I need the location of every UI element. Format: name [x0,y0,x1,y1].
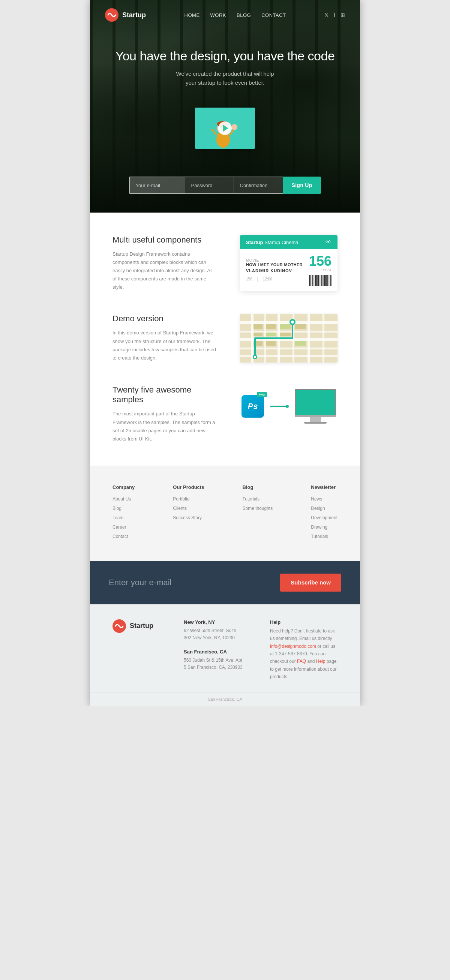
footer-logo-icon [113,619,126,633]
eye-icon: 👁 [326,239,331,245]
nav-logo[interactable]: Startup [105,8,146,22]
address2-city: San Francisco, CA [184,649,251,655]
newsletter-design[interactable]: Design [311,506,325,511]
feature-text-2: Demo version In this demo version of Sta… [113,314,218,362]
password-input[interactable] [185,177,234,194]
help-email-link[interactable]: info@designmodo.com [270,644,316,649]
svg-rect-27 [266,332,276,336]
blog-links-list: Tutorials Some thoughts [242,495,273,511]
movie-title: HOW I MET YOUR MOTHER [246,262,303,267]
svg-rect-28 [280,332,291,336]
newsletter-development[interactable]: Development [311,515,337,520]
cinema-body: MOVIE HOW I MET YOUR MOTHER VLADIMIR KUD… [240,249,337,291]
bottom-bar-text: San Francisco, CA [94,697,356,702]
nav-home[interactable]: HOME [184,13,200,18]
nav-social: 𝕏 f ⊞ [324,12,345,18]
products-success[interactable]: Success Story [173,515,202,520]
map-svg [240,314,337,363]
nav-blog[interactable]: BLOG [237,13,251,18]
subscribe-button[interactable]: Subscribe now [280,574,341,592]
svg-rect-30 [266,341,276,346]
cinema-title: Startup Startup Cinema [246,240,298,245]
footer-columns: Company About Us Blog Team Career Contac… [113,484,337,542]
nav-work[interactable]: WORK [210,13,226,18]
svg-rect-22 [253,324,262,329]
cinema-title-startup: Startup [246,240,263,245]
footer-brand: Startup [113,619,165,633]
feature-title-1: Multi useful components [113,235,218,245]
company-blog[interactable]: Blog [113,506,121,511]
mac-screen [295,389,336,415]
ps-icon: Ps PRO [242,395,264,418]
hero-text-block: You have the design, you have the code W… [90,30,360,99]
company-career[interactable]: Career [113,525,126,530]
feature-text-1: Multi useful components Startup Design F… [113,235,218,291]
footer-help-block: Help Need help? Don't hestiate to ask us… [270,619,337,681]
footer-brand-block: Startup [113,619,165,681]
company-about[interactable]: About Us [113,496,131,502]
video-thumbnail[interactable] [195,108,255,149]
hero-content: Startup HOME WORK BLOG CONTACT 𝕏 f ⊞ You… [90,0,360,213]
facebook-icon[interactable]: f [334,12,335,18]
cinema-card: Startup Startup Cinema 👁 MOVIE HOW I MET… [240,235,337,291]
help-text: Need help? Don't hestiate to ask us some… [270,627,337,681]
company-team[interactable]: Team [113,515,123,520]
newsletter-drawing[interactable]: Drawing [311,525,328,530]
blog-thoughts[interactable]: Some thoughts [242,506,273,511]
newsletter-tutorials[interactable]: Tutorials [311,534,328,539]
map-visual [240,314,337,363]
mac-stand [310,417,321,422]
products-heading: Our Products [173,484,204,490]
svg-rect-26 [253,332,262,336]
newsletter-news[interactable]: News [311,496,322,502]
feature-desc-1: Startup Design Framework contains compon… [113,250,218,291]
seat-block: 156 SEAT [309,255,331,272]
newsletter-links-list: News Design Development Drawing Tutorial… [311,495,337,539]
play-button[interactable] [218,121,232,135]
mac-ps-visual: Ps PRO [240,385,337,427]
cinema-header: Startup Startup Cinema 👁 [240,235,337,249]
bottom-footer-inner: Startup New York, NY 62 West 55th Street… [113,619,337,681]
bottom-bar: San Francisco, CA [90,692,360,706]
email-input[interactable] [129,177,185,194]
feature-desc-3: The most important part of the Startup F… [113,410,218,443]
company-links-list: About Us Blog Team Career Contact [113,495,135,539]
company-heading: Company [113,484,135,490]
company-contact[interactable]: Contact [113,534,128,539]
cinema-title-cinema: Startup Cinema [264,240,298,245]
faq-link[interactable]: FAQ [297,659,306,664]
nav-contact[interactable]: CONTACT [261,13,286,18]
pro-badge: PRO [257,392,267,397]
svg-rect-23 [266,324,276,329]
movie-time: 12:00 [263,277,272,281]
feature-title-2: Demo version [113,314,218,323]
newsletter-heading: Newsletter [311,484,337,490]
instagram-icon[interactable]: ⊞ [340,12,345,18]
svg-rect-31 [295,341,305,346]
products-col: Our Products Portfolio Clients Success S… [173,484,204,542]
newsletter-email-input[interactable] [109,573,280,592]
feature-row-1: Multi useful components Startup Design F… [113,235,337,291]
navigation: Startup HOME WORK BLOG CONTACT 𝕏 f ⊞ [90,0,360,30]
products-portfolio[interactable]: Portfolio [173,496,189,502]
feature-row-3: Twenty five awesome samples The most imp… [113,385,337,443]
blog-col: Blog Tutorials Some thoughts [242,484,273,542]
bottom-footer: Startup New York, NY 62 West 55th Street… [90,605,360,692]
products-clients[interactable]: Clients [173,506,187,511]
confirm-input[interactable] [234,177,283,194]
address1-detail: 62 West 55th Street, Suite 302 New York,… [184,627,251,641]
connector-line [270,406,289,407]
seat-divider: | [257,276,258,283]
blog-tutorials[interactable]: Tutorials [242,496,259,502]
address2-detail: 560 Judah St & 15th Ave, Apt 5 San Franc… [184,657,251,671]
barcode [309,275,331,286]
feature-title-3: Twenty five awesome samples [113,385,218,404]
twitter-icon[interactable]: 𝕏 [324,12,329,18]
mac-foot [304,422,327,424]
map-card [240,314,337,363]
help-link[interactable]: Help [316,659,326,664]
svg-rect-20 [307,314,310,363]
movie-director: VLADIMIR KUDINOV [246,269,303,273]
signup-button[interactable]: Sign Up [283,177,321,194]
company-col: Company About Us Blog Team Career Contac… [113,484,135,542]
